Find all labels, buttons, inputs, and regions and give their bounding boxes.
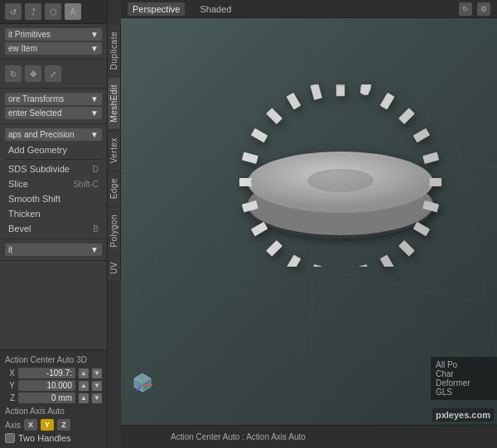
tab-polygon[interactable]: Polygon — [108, 208, 121, 254]
tool-icon-1[interactable]: ↺ — [5, 3, 22, 20]
y-label: Y — [5, 381, 15, 390]
center-selected-dropdown[interactable]: enter Selected ▼ — [5, 107, 102, 119]
svg-rect-31 — [266, 240, 282, 257]
y-value[interactable]: 10.000 — [18, 380, 75, 391]
nav-cube[interactable] — [128, 367, 157, 398]
primitives-dropdown[interactable]: it Primitives ▼ — [5, 28, 102, 41]
all-poly-label: All Po — [436, 360, 492, 369]
sidebar: ↺ ⤴ ⬡ A it Primitives ▼ ew Item ▼ ↻ ✥ ⤢ … — [0, 0, 108, 448]
slice-shortcut: Shift-C — [73, 180, 99, 189]
z-coord-row: Z 0 mm ▲ ▼ — [5, 393, 102, 403]
snaps-dropdown[interactable]: aps and Precision ▼ — [5, 128, 102, 141]
svg-rect-26 — [380, 255, 395, 267]
two-handles-label: Two Handles — [18, 433, 71, 443]
icons-section: ↻ ✥ ⤢ — [0, 60, 107, 89]
viewport-tab-shaded[interactable]: Shaded — [195, 2, 236, 16]
viewport-status-text: Action Center Auto : Action Axis Auto — [171, 432, 306, 441]
axis-y-btn[interactable]: Y — [41, 419, 54, 431]
snaps-arrow: ▼ — [90, 130, 99, 139]
icon-row: ↻ ✥ ⤢ — [5, 62, 102, 85]
x-label: X — [5, 369, 15, 378]
action-center-title: Action Center Auto 3D — [5, 355, 102, 364]
sidebar-toolbar: ↺ ⤴ ⬡ A — [0, 0, 107, 24]
snaps-section: aps and Precision ▼ Add Geometry SDS Sub… — [0, 124, 107, 239]
watermark: pxleyes.com — [432, 408, 494, 422]
y-up-btn[interactable]: ▲ — [79, 381, 89, 391]
tool-icon-4[interactable]: A — [65, 3, 81, 20]
svg-rect-14 — [336, 84, 345, 96]
svg-rect-21 — [422, 152, 439, 164]
tab-vertex[interactable]: Vertex — [108, 131, 121, 170]
svg-rect-35 — [242, 152, 258, 164]
divider-1 — [5, 159, 102, 160]
gear-svg — [204, 84, 477, 267]
thicken-label: Thicken — [8, 209, 41, 219]
tool-icon-2[interactable]: ⤴ — [25, 3, 41, 20]
center-selected-arrow: ▼ — [90, 108, 99, 118]
x-value[interactable]: -109.7: — [18, 368, 75, 378]
tool-icon-3[interactable]: ⬡ — [45, 3, 61, 20]
x-down-btn[interactable]: ▼ — [92, 369, 102, 378]
add-geometry-item[interactable]: Add Geometry — [5, 142, 102, 157]
svg-rect-37 — [266, 108, 282, 124]
viewport-icon-1[interactable]: ↻ — [459, 2, 472, 16]
svg-rect-19 — [398, 108, 415, 124]
z-down-btn[interactable]: ▼ — [92, 393, 102, 403]
svg-rect-29 — [311, 264, 322, 267]
deformer-label: Deformer — [436, 378, 492, 388]
tab-meshedit[interactable]: MeshEdit — [108, 78, 121, 129]
svg-point-41 — [307, 169, 374, 192]
svg-rect-15 — [336, 84, 345, 86]
z-up-btn[interactable]: ▲ — [79, 393, 89, 403]
bevel-label: Bevel — [8, 224, 31, 234]
it-section: it ▼ — [0, 239, 107, 261]
z-value[interactable]: 0 mm — [18, 393, 75, 403]
tab-uv[interactable]: UV — [108, 255, 121, 281]
slice-label: Slice — [8, 179, 28, 189]
viewport-bottom: Action Center Auto : Action Axis Auto — [121, 425, 497, 448]
svg-rect-27 — [359, 264, 370, 267]
slice-item[interactable]: Slice Shift-C — [5, 176, 102, 191]
z-label: Z — [5, 393, 15, 402]
store-transforms-arrow: ▼ — [90, 94, 99, 104]
move-icon[interactable]: ✥ — [25, 65, 41, 82]
it-arrow: ▼ — [90, 245, 99, 254]
sds-shortcut: D — [93, 165, 99, 174]
viewport-canvas[interactable]: All Po Char Deformer GLS pxleyes.com — [121, 18, 497, 425]
y-down-btn[interactable]: ▼ — [92, 381, 102, 391]
sds-subdivide-item[interactable]: SDS Subdivide D — [5, 161, 102, 176]
bevel-item[interactable]: Bevel B — [5, 221, 102, 236]
viewport-icon-2[interactable]: ⚙ — [477, 2, 490, 16]
svg-line-2 — [121, 258, 497, 366]
svg-rect-39 — [311, 84, 322, 100]
svg-rect-20 — [413, 128, 431, 143]
viewport-header: Perspective Shaded ↻ ⚙ — [121, 0, 497, 18]
rotate-icon[interactable]: ↻ — [5, 65, 22, 82]
scale-icon[interactable]: ⤢ — [45, 65, 61, 82]
sds-label: SDS Subdivide — [8, 164, 70, 174]
svg-rect-30 — [287, 255, 302, 267]
bevel-shortcut: B — [93, 224, 99, 234]
viewport-icons: ↻ ⚙ — [459, 2, 490, 16]
primitives-arrow: ▼ — [90, 30, 99, 39]
it-label: it — [8, 245, 12, 254]
svg-rect-36 — [251, 128, 268, 143]
it-dropdown[interactable]: it ▼ — [5, 243, 102, 256]
svg-rect-18 — [380, 93, 395, 110]
side-tabs: Duplicate MeshEdit Vertex Edge Polygon U… — [108, 0, 121, 448]
new-item-dropdown[interactable]: ew Item ▼ — [5, 42, 102, 55]
center-selected-label: enter Selected — [8, 108, 62, 118]
thicken-item[interactable]: Thicken — [5, 206, 102, 221]
two-handles-checkbox[interactable] — [5, 433, 15, 443]
store-transforms-dropdown[interactable]: ore Transforms ▼ — [5, 93, 102, 105]
tab-duplicate[interactable]: Duplicate — [108, 25, 121, 76]
axis-x-btn[interactable]: X — [24, 419, 37, 431]
x-up-btn[interactable]: ▲ — [79, 369, 89, 378]
transforms-section: ore Transforms ▼ enter Selected ▼ — [0, 89, 107, 124]
bottom-right-overlay: All Po Char Deformer GLS — [431, 357, 497, 400]
tab-edge[interactable]: Edge — [108, 171, 121, 205]
axis-z-btn[interactable]: Z — [57, 419, 70, 431]
viewport-tab-perspective[interactable]: Perspective — [128, 2, 185, 16]
gls-label: GLS — [436, 388, 492, 397]
smooth-shift-item[interactable]: Smooth Shift — [5, 191, 102, 206]
